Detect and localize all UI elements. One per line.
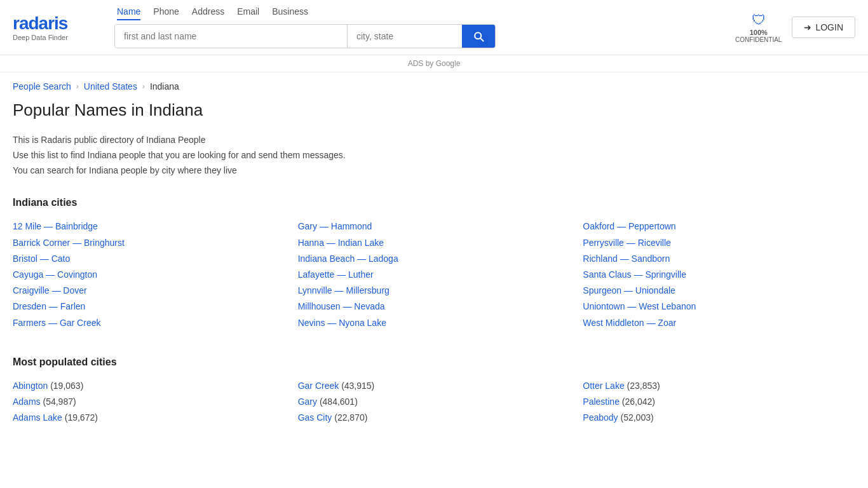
city-count: (26,042) (622, 396, 655, 407)
list-item: Millhousen — Nevada (298, 299, 571, 315)
breadcrumb-people-search[interactable]: People Search (13, 81, 71, 92)
list-item: Peabody (52,003) (583, 410, 855, 426)
list-item: West Middleton — Zoar (583, 315, 855, 331)
tab-phone[interactable]: Phone (153, 6, 179, 20)
search-name-input[interactable] (115, 25, 348, 48)
tab-business[interactable]: Business (272, 6, 308, 20)
list-item: Craigville — Dover (13, 283, 285, 299)
city-link[interactable]: Otter Lake (583, 381, 624, 391)
header: radaris Deep Data Finder Name Phone Addr… (0, 0, 868, 55)
city-count: (52,003) (621, 412, 654, 423)
login-label: LOGIN (815, 22, 843, 32)
breadcrumb-indiana: Indiana (150, 81, 179, 92)
search-bar (114, 24, 496, 48)
nav-tabs: Name Phone Address Email Business (117, 6, 722, 20)
list-item: Farmers — Gar Creek (13, 315, 285, 331)
city-link[interactable]: Adams (13, 396, 41, 407)
city-link[interactable]: Spurgeon — Uniondale (583, 285, 675, 295)
list-item: Palestine (26,042) (583, 394, 855, 410)
city-link[interactable]: Perrysville — Riceville (583, 238, 670, 248)
list-item: Lafayette — Luther (298, 267, 571, 283)
breadcrumb-sep-1: › (76, 82, 79, 91)
city-link[interactable]: Adams Lake (13, 412, 62, 423)
list-item: Adams Lake (19,672) (13, 410, 285, 426)
page-title: Popular Names in Indiana (13, 100, 855, 120)
city-link[interactable]: Lafayette — Luther (298, 269, 374, 280)
shield-icon: 🛡 (752, 12, 766, 29)
city-link[interactable]: Gary — Hammond (298, 221, 372, 231)
breadcrumb-united-states[interactable]: United States (84, 81, 137, 92)
list-item: Otter Lake (23,853) (583, 378, 855, 394)
list-item: Perrysville — Riceville (583, 235, 855, 251)
city-link[interactable]: Santa Claus — Springville (583, 269, 686, 280)
city-link[interactable]: Gar Creek (298, 381, 339, 391)
list-item: Abington (19,063) (13, 378, 285, 394)
city-link[interactable]: Cayuga — Covington (13, 269, 97, 280)
list-item: Adams (54,987) (13, 394, 285, 410)
city-link[interactable]: Gary (298, 396, 317, 407)
city-link[interactable]: Dresden — Farlen (13, 301, 85, 311)
city-link[interactable]: Hanna — Indian Lake (298, 238, 384, 248)
city-link[interactable]: Nevins — Nyona Lake (298, 318, 386, 328)
populated-col1: Abington (19,063) Adams (54,987) Adams L… (13, 378, 285, 426)
logo[interactable]: radaris (13, 13, 67, 34)
list-item: Oakford — Peppertown (583, 219, 855, 234)
tab-address[interactable]: Address (192, 6, 224, 20)
city-link[interactable]: West Middleton — Zoar (583, 318, 676, 328)
cities-grid: 12 Mile — Bainbridge Barrick Corner — Br… (13, 219, 855, 330)
city-link[interactable]: Bristol — Cato (13, 254, 70, 264)
list-item: Indiana Beach — Ladoga (298, 251, 571, 267)
city-link[interactable]: Gas City (298, 412, 332, 423)
city-link[interactable]: Peabody (583, 412, 618, 423)
city-count: (43,915) (341, 381, 374, 391)
city-count: (19,063) (50, 381, 83, 391)
city-link[interactable]: Abington (13, 381, 48, 391)
city-link[interactable]: Palestine (583, 396, 620, 407)
city-count: (23,853) (627, 381, 660, 391)
city-link[interactable]: Farmers — Gar Creek (13, 318, 100, 328)
confidential-percent: 100% (750, 29, 768, 36)
city-link[interactable]: Richland — Sandborn (583, 254, 670, 264)
city-link[interactable]: 12 Mile — Bainbridge (13, 221, 98, 231)
indiana-cities-section: Indiana cities 12 Mile — Bainbridge Barr… (13, 197, 855, 330)
city-link[interactable]: Lynnville — Millersburg (298, 285, 390, 295)
list-item: Richland — Sandborn (583, 251, 855, 267)
page-description: This is Radaris public directory of Indi… (13, 133, 855, 178)
city-link[interactable]: Indiana Beach — Ladoga (298, 254, 398, 264)
main-content: Popular Names in Indiana This is Radaris… (0, 100, 868, 451)
login-button[interactable]: ➜ LOGIN (792, 17, 855, 38)
city-link[interactable]: Uniontown — West Lebanon (583, 301, 696, 311)
most-populated-section: Most populated cities Abington (19,063) … (13, 356, 855, 426)
cities-col3: Oakford — Peppertown Perrysville — Ricev… (583, 219, 855, 330)
list-item: 12 Mile — Bainbridge (13, 219, 285, 234)
confidential-label: CONFIDENTIAL (735, 36, 782, 43)
ads-bar: ADS by Google (0, 55, 868, 72)
list-item: Gary (484,601) (298, 394, 571, 410)
city-count: (484,601) (320, 396, 358, 407)
list-item: Uniontown — West Lebanon (583, 299, 855, 315)
login-arrow-icon: ➜ (804, 22, 811, 32)
tab-name[interactable]: Name (117, 6, 140, 20)
city-link[interactable]: Barrick Corner — Bringhurst (13, 238, 125, 248)
list-item: Bristol — Cato (13, 251, 285, 267)
breadcrumb-sep-2: › (142, 82, 145, 91)
search-city-input[interactable] (348, 25, 462, 48)
city-link[interactable]: Millhousen — Nevada (298, 301, 385, 311)
cities-col1: 12 Mile — Bainbridge Barrick Corner — Br… (13, 219, 285, 330)
logo-tagline: Deep Data Finder (13, 34, 68, 41)
nav-and-search: Name Phone Address Email Business (114, 6, 722, 48)
city-link[interactable]: Craigville — Dover (13, 285, 87, 295)
search-button[interactable] (462, 25, 495, 48)
list-item: Gary — Hammond (298, 219, 571, 234)
breadcrumb: People Search › United States › Indiana (0, 72, 868, 100)
city-count: (54,987) (43, 396, 76, 407)
list-item: Cayuga — Covington (13, 267, 285, 283)
desc-line-2: Use this list to find Indiana people tha… (13, 148, 855, 163)
city-link[interactable]: Oakford — Peppertown (583, 221, 675, 231)
confidential-badge: 🛡 100% CONFIDENTIAL (735, 12, 782, 43)
cities-col2: Gary — Hammond Hanna — Indian Lake India… (298, 219, 571, 330)
desc-line-3: You can search for Indiana people by cit… (13, 163, 855, 179)
city-count: (19,672) (65, 412, 98, 423)
indiana-cities-title: Indiana cities (13, 197, 855, 208)
tab-email[interactable]: Email (237, 6, 259, 20)
